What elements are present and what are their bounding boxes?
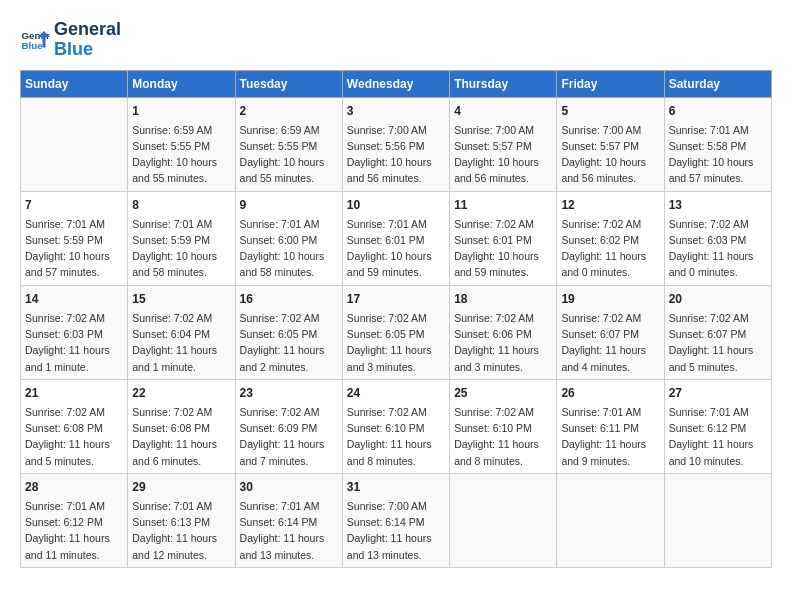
day-number: 10 [347,196,445,214]
week-row-2: 7Sunrise: 7:01 AM Sunset: 5:59 PM Daylig… [21,191,772,285]
day-number: 14 [25,290,123,308]
day-number: 13 [669,196,767,214]
page-header: General Blue General Blue [20,20,772,60]
day-cell: 16Sunrise: 7:02 AM Sunset: 6:05 PM Dayli… [235,285,342,379]
day-cell: 31Sunrise: 7:00 AM Sunset: 6:14 PM Dayli… [342,473,449,567]
day-info: Sunrise: 7:02 AM Sunset: 6:04 PM Dayligh… [132,310,230,375]
day-number: 25 [454,384,552,402]
day-number: 11 [454,196,552,214]
day-info: Sunrise: 7:02 AM Sunset: 6:08 PM Dayligh… [25,404,123,469]
day-cell: 25Sunrise: 7:02 AM Sunset: 6:10 PM Dayli… [450,379,557,473]
day-info: Sunrise: 7:02 AM Sunset: 6:01 PM Dayligh… [454,216,552,281]
day-number: 17 [347,290,445,308]
day-info: Sunrise: 7:00 AM Sunset: 5:56 PM Dayligh… [347,122,445,187]
week-row-3: 14Sunrise: 7:02 AM Sunset: 6:03 PM Dayli… [21,285,772,379]
day-number: 6 [669,102,767,120]
day-info: Sunrise: 7:01 AM Sunset: 6:12 PM Dayligh… [25,498,123,563]
day-info: Sunrise: 7:01 AM Sunset: 5:59 PM Dayligh… [25,216,123,281]
day-cell: 17Sunrise: 7:02 AM Sunset: 6:05 PM Dayli… [342,285,449,379]
calendar-table: SundayMondayTuesdayWednesdayThursdayFrid… [20,70,772,568]
day-cell: 1Sunrise: 6:59 AM Sunset: 5:55 PM Daylig… [128,97,235,191]
day-cell: 28Sunrise: 7:01 AM Sunset: 6:12 PM Dayli… [21,473,128,567]
day-number: 22 [132,384,230,402]
day-number: 27 [669,384,767,402]
day-number: 21 [25,384,123,402]
header-sunday: Sunday [21,70,128,97]
day-number: 19 [561,290,659,308]
day-number: 3 [347,102,445,120]
day-number: 4 [454,102,552,120]
day-cell: 6Sunrise: 7:01 AM Sunset: 5:58 PM Daylig… [664,97,771,191]
day-cell: 9Sunrise: 7:01 AM Sunset: 6:00 PM Daylig… [235,191,342,285]
day-number: 7 [25,196,123,214]
day-number: 1 [132,102,230,120]
day-cell: 21Sunrise: 7:02 AM Sunset: 6:08 PM Dayli… [21,379,128,473]
day-cell: 26Sunrise: 7:01 AM Sunset: 6:11 PM Dayli… [557,379,664,473]
logo-text: General Blue [54,20,121,60]
day-cell: 12Sunrise: 7:02 AM Sunset: 6:02 PM Dayli… [557,191,664,285]
day-cell: 24Sunrise: 7:02 AM Sunset: 6:10 PM Dayli… [342,379,449,473]
day-info: Sunrise: 7:02 AM Sunset: 6:02 PM Dayligh… [561,216,659,281]
day-cell: 13Sunrise: 7:02 AM Sunset: 6:03 PM Dayli… [664,191,771,285]
day-info: Sunrise: 6:59 AM Sunset: 5:55 PM Dayligh… [240,122,338,187]
day-cell: 23Sunrise: 7:02 AM Sunset: 6:09 PM Dayli… [235,379,342,473]
day-cell: 2Sunrise: 6:59 AM Sunset: 5:55 PM Daylig… [235,97,342,191]
logo-icon: General Blue [20,25,50,55]
day-info: Sunrise: 7:01 AM Sunset: 6:13 PM Dayligh… [132,498,230,563]
day-number: 2 [240,102,338,120]
day-info: Sunrise: 7:01 AM Sunset: 6:12 PM Dayligh… [669,404,767,469]
day-cell: 14Sunrise: 7:02 AM Sunset: 6:03 PM Dayli… [21,285,128,379]
day-info: Sunrise: 7:02 AM Sunset: 6:05 PM Dayligh… [347,310,445,375]
day-number: 29 [132,478,230,496]
day-number: 18 [454,290,552,308]
day-info: Sunrise: 7:02 AM Sunset: 6:03 PM Dayligh… [669,216,767,281]
day-cell: 19Sunrise: 7:02 AM Sunset: 6:07 PM Dayli… [557,285,664,379]
header-thursday: Thursday [450,70,557,97]
svg-text:Blue: Blue [22,40,44,51]
day-info: Sunrise: 7:01 AM Sunset: 6:00 PM Dayligh… [240,216,338,281]
day-info: Sunrise: 7:02 AM Sunset: 6:05 PM Dayligh… [240,310,338,375]
day-cell: 7Sunrise: 7:01 AM Sunset: 5:59 PM Daylig… [21,191,128,285]
day-cell: 22Sunrise: 7:02 AM Sunset: 6:08 PM Dayli… [128,379,235,473]
day-cell: 8Sunrise: 7:01 AM Sunset: 5:59 PM Daylig… [128,191,235,285]
day-info: Sunrise: 7:01 AM Sunset: 5:59 PM Dayligh… [132,216,230,281]
day-cell [664,473,771,567]
day-cell: 27Sunrise: 7:01 AM Sunset: 6:12 PM Dayli… [664,379,771,473]
week-row-4: 21Sunrise: 7:02 AM Sunset: 6:08 PM Dayli… [21,379,772,473]
day-info: Sunrise: 7:02 AM Sunset: 6:10 PM Dayligh… [454,404,552,469]
day-info: Sunrise: 7:00 AM Sunset: 5:57 PM Dayligh… [561,122,659,187]
day-info: Sunrise: 7:02 AM Sunset: 6:10 PM Dayligh… [347,404,445,469]
day-cell: 30Sunrise: 7:01 AM Sunset: 6:14 PM Dayli… [235,473,342,567]
day-info: Sunrise: 7:00 AM Sunset: 6:14 PM Dayligh… [347,498,445,563]
day-cell: 10Sunrise: 7:01 AM Sunset: 6:01 PM Dayli… [342,191,449,285]
header-friday: Friday [557,70,664,97]
day-number: 23 [240,384,338,402]
days-header-row: SundayMondayTuesdayWednesdayThursdayFrid… [21,70,772,97]
day-info: Sunrise: 7:01 AM Sunset: 6:01 PM Dayligh… [347,216,445,281]
week-row-5: 28Sunrise: 7:01 AM Sunset: 6:12 PM Dayli… [21,473,772,567]
day-info: Sunrise: 7:02 AM Sunset: 6:09 PM Dayligh… [240,404,338,469]
day-cell: 18Sunrise: 7:02 AM Sunset: 6:06 PM Dayli… [450,285,557,379]
day-number: 31 [347,478,445,496]
header-wednesday: Wednesday [342,70,449,97]
week-row-1: 1Sunrise: 6:59 AM Sunset: 5:55 PM Daylig… [21,97,772,191]
day-info: Sunrise: 7:02 AM Sunset: 6:07 PM Dayligh… [561,310,659,375]
day-cell [21,97,128,191]
day-cell [450,473,557,567]
day-number: 28 [25,478,123,496]
day-info: Sunrise: 7:02 AM Sunset: 6:08 PM Dayligh… [132,404,230,469]
day-number: 8 [132,196,230,214]
day-info: Sunrise: 7:02 AM Sunset: 6:06 PM Dayligh… [454,310,552,375]
day-info: Sunrise: 7:02 AM Sunset: 6:07 PM Dayligh… [669,310,767,375]
day-cell: 4Sunrise: 7:00 AM Sunset: 5:57 PM Daylig… [450,97,557,191]
day-number: 5 [561,102,659,120]
day-number: 12 [561,196,659,214]
day-number: 15 [132,290,230,308]
logo: General Blue General Blue [20,20,121,60]
day-cell: 3Sunrise: 7:00 AM Sunset: 5:56 PM Daylig… [342,97,449,191]
header-monday: Monday [128,70,235,97]
day-cell [557,473,664,567]
day-cell: 11Sunrise: 7:02 AM Sunset: 6:01 PM Dayli… [450,191,557,285]
day-number: 26 [561,384,659,402]
day-info: Sunrise: 7:01 AM Sunset: 6:14 PM Dayligh… [240,498,338,563]
